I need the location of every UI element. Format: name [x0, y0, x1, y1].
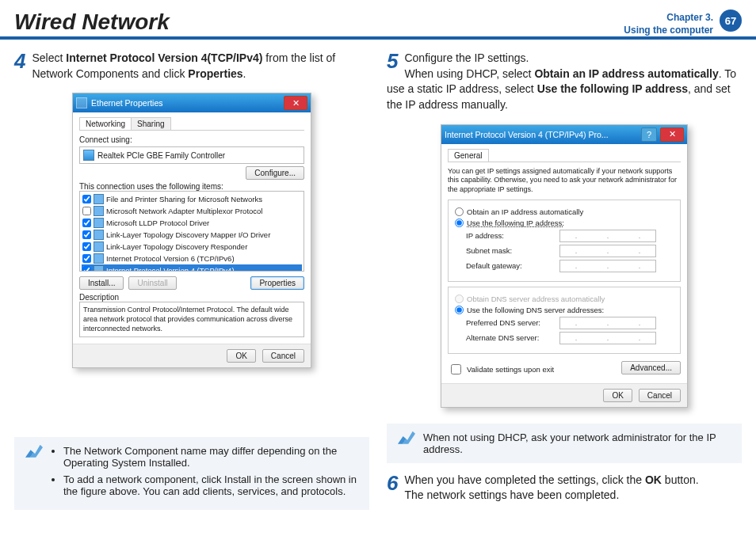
connect-using-label: Connect using: [79, 135, 132, 144]
checkbox[interactable] [82, 207, 91, 215]
cancel-button[interactable]: Cancel [262, 349, 304, 363]
ipv4-properties-dialog: Internet Protocol Version 4 (TCP/IPv4) P… [441, 124, 688, 408]
step-4-number: 4 [14, 51, 25, 71]
dialog-titlebar: Ethernet Properties ✕ [73, 93, 311, 112]
list-item[interactable]: Internet Protocol Version 6 (TCP/IPv6) [82, 253, 302, 264]
preferred-dns-field[interactable]: ... [559, 317, 656, 329]
right-column: 5 Configure the IP settings. When using … [387, 51, 742, 510]
radio-use-dns[interactable]: Use the following DNS server addresses: [455, 306, 674, 314]
note-icon [25, 445, 43, 458]
component-icon [94, 230, 104, 240]
dialog-titlebar: Internet Protocol Version 4 (TCP/IPv4) P… [441, 125, 687, 144]
checkbox[interactable] [82, 195, 91, 203]
ip-address-label: IP address: [466, 231, 553, 240]
description-label: Description [79, 293, 119, 302]
preferred-dns-label: Preferred DNS server: [466, 318, 553, 327]
page-header: Wired Network Chapter 3. Using the compu… [0, 0, 756, 40]
dns-group: Obtain DNS server address automatically … [448, 287, 681, 354]
gateway-field[interactable]: ... [559, 260, 656, 272]
advanced-button[interactable]: Advanced... [621, 361, 681, 374]
list-item[interactable]: File and Printer Sharing for Microsoft N… [82, 193, 302, 205]
ethernet-properties-dialog: Ethernet Properties ✕ Networking Sharing… [72, 93, 311, 368]
help-icon[interactable]: ? [641, 127, 657, 142]
properties-button[interactable]: Properties [250, 276, 304, 290]
list-item[interactable]: Link-Layer Topology Discovery Responder [82, 241, 302, 253]
checkbox[interactable] [82, 266, 91, 272]
items-label: This connection uses the following items… [79, 182, 223, 191]
radio[interactable] [455, 207, 464, 216]
step-6-number: 6 [387, 473, 398, 493]
ok-button[interactable]: OK [227, 349, 255, 363]
close-icon[interactable]: ✕ [660, 127, 684, 142]
help-text: You can get IP settings assigned automat… [448, 167, 681, 195]
adapter-field[interactable]: Realtek PCIe GBE Family Controller [79, 146, 304, 164]
list-item-selected[interactable]: Internet Protocol Version 4 (TCP/IPv4) [82, 264, 302, 272]
adapter-icon [83, 150, 94, 161]
component-icon [94, 218, 104, 228]
radio[interactable] [455, 219, 464, 227]
component-icon [94, 265, 104, 272]
tip-box-left: The Network Component name may differ de… [14, 437, 369, 510]
checkbox[interactable] [82, 230, 91, 239]
validate-checkbox[interactable]: Validate settings upon exit [448, 362, 554, 377]
component-icon [94, 241, 104, 252]
alternate-dns-label: Alternate DNS server: [466, 333, 553, 342]
gateway-label: Default gateway: [466, 261, 553, 270]
step-6: 6 When you have completed the settings, … [387, 473, 742, 504]
radio-obtain-ip[interactable]: Obtain an IP address automatically [455, 207, 674, 216]
step-4: 4 Select Internet Protocol Version 4(TCP… [14, 51, 369, 82]
window-icon [76, 97, 87, 108]
component-icon [94, 253, 104, 264]
list-item[interactable]: Microsoft LLDP Protocol Driver [82, 217, 302, 229]
ok-button[interactable]: OK [603, 389, 632, 402]
note-icon [398, 431, 415, 444]
checkbox[interactable] [451, 364, 461, 374]
step-5-number: 5 [387, 51, 398, 71]
list-item[interactable]: Microsoft Network Adapter Multiplexor Pr… [82, 205, 302, 217]
install-button[interactable]: Install... [79, 276, 124, 290]
tip-item: To add a network component, click Instal… [63, 473, 358, 497]
component-icon [94, 206, 104, 216]
tab-networking[interactable]: Networking [79, 117, 132, 130]
tip-item: The Network Component name may differ de… [63, 445, 358, 469]
radio-obtain-dns: Obtain DNS server address automatically [455, 295, 674, 303]
left-column: 4 Select Internet Protocol Version 4(TCP… [14, 51, 369, 510]
radio-use-ip[interactable]: Use the following IP address: [455, 219, 674, 227]
ip-address-field[interactable]: ... [559, 230, 656, 242]
dialog-title: Ethernet Properties [91, 98, 281, 108]
tip-box-right: When not using DHCP, ask your network ad… [387, 424, 742, 463]
step-5: 5 Configure the IP settings. When using … [387, 51, 742, 112]
chapter-label: Chapter 3. Using the computer [624, 10, 713, 36]
dialog-title: Internet Protocol Version 4 (TCP/IPv4) P… [445, 130, 641, 139]
page-number-badge: 67 [720, 10, 742, 32]
description-text: Transmission Control Protocol/Internet P… [79, 302, 304, 337]
tip-text: When not using DHCP, ask your network ad… [423, 431, 731, 455]
radio[interactable] [455, 306, 464, 314]
uninstall-button: Uninstall [128, 276, 176, 290]
checkbox[interactable] [82, 254, 91, 263]
component-icon [94, 194, 104, 204]
cancel-button[interactable]: Cancel [639, 389, 681, 402]
components-list[interactable]: File and Printer Sharing for Microsoft N… [79, 191, 304, 272]
tab-general[interactable]: General [448, 149, 489, 162]
subnet-label: Subnet mask: [466, 246, 553, 255]
page-title: Wired Network [14, 10, 624, 35]
checkbox[interactable] [82, 219, 91, 227]
alternate-dns-field[interactable]: ... [559, 332, 656, 344]
list-item[interactable]: Link-Layer Topology Discovery Mapper I/O… [82, 229, 302, 241]
tab-sharing[interactable]: Sharing [131, 117, 170, 130]
subnet-field[interactable]: ... [559, 245, 656, 257]
close-icon[interactable]: ✕ [284, 96, 307, 110]
checkbox[interactable] [82, 242, 91, 251]
configure-button[interactable]: Configure... [246, 166, 304, 180]
ip-group: Obtain an IP address automatically Use t… [448, 200, 681, 282]
radio [455, 295, 464, 303]
